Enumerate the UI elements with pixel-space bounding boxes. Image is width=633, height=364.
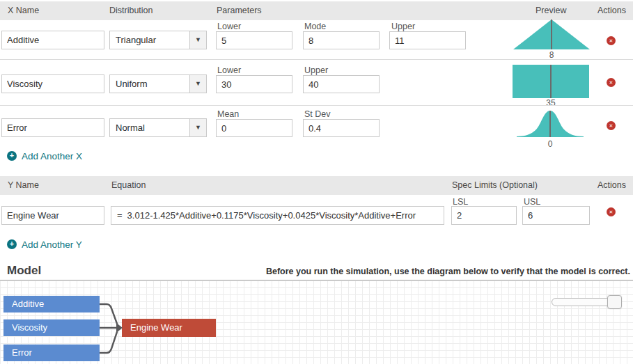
x-name-input[interactable] — [1, 74, 104, 93]
chevron-down-icon: ▼ — [195, 80, 201, 87]
distribution-selected-value: Uniform — [116, 75, 148, 93]
param-label: St Dev — [304, 109, 331, 119]
simulation-setup-page: X Name Distribution Parameters Preview A… — [0, 0, 633, 364]
param-label: Upper — [304, 65, 328, 75]
dropdown-button[interactable]: ▼ — [189, 75, 206, 93]
row-separator — [0, 105, 633, 106]
diagram-zoom-slider-handle[interactable] — [607, 295, 622, 309]
param-label: Lower — [217, 22, 241, 31]
uniform-distribution-preview — [513, 65, 589, 98]
preview-center-label: 0 — [517, 139, 584, 149]
y-name-input[interactable] — [1, 206, 104, 225]
preview-header: Preview — [536, 1, 566, 20]
param-label: Mean — [217, 109, 239, 119]
model-section-title: Model — [7, 264, 41, 278]
equation-equals-prefix: = — [117, 210, 123, 221]
triangular-distribution-preview — [513, 19, 590, 49]
delete-row-button[interactable]: ✕ — [607, 121, 616, 130]
usl-input[interactable] — [522, 206, 590, 225]
arrow-head-icon — [116, 323, 123, 333]
distribution-selected-value: Normal — [116, 119, 145, 136]
chevron-down-icon: ▼ — [195, 36, 201, 43]
param-label: Lower — [217, 65, 241, 75]
distribution-select[interactable]: Normal ▼ — [109, 118, 207, 137]
x-name-input[interactable] — [1, 31, 104, 49]
plus-circle-icon: + — [7, 151, 17, 161]
dropdown-button[interactable]: ▼ — [189, 31, 206, 49]
preview-center-label: 35 — [513, 98, 589, 108]
normal-distribution-preview — [517, 107, 584, 139]
delete-row-button[interactable]: ✕ — [607, 78, 616, 87]
y-name-header: Y Name — [8, 176, 39, 195]
diagram-node-additive[interactable]: Additive — [3, 296, 100, 312]
usl-label: USL — [524, 197, 540, 207]
add-another-x-label: Add Another X — [22, 151, 82, 161]
x-table-header: X Name Distribution Parameters Preview A… — [0, 1, 633, 20]
chevron-down-icon: ▼ — [195, 124, 201, 131]
param-input-upper[interactable] — [303, 75, 380, 93]
dropdown-button[interactable]: ▼ — [189, 119, 206, 136]
diagram-node-viscosity[interactable]: Viscosity — [3, 319, 100, 336]
add-another-x-button[interactable]: + Add Another X — [7, 150, 82, 161]
delete-row-button[interactable]: ✕ — [607, 207, 616, 216]
equation-input[interactable]: = 3.012-1.425*Additive+0.1175*Viscosity+… — [111, 206, 444, 225]
plus-circle-icon: + — [7, 239, 17, 249]
diagram-node-error[interactable]: Error — [3, 345, 100, 361]
row-separator — [0, 59, 633, 60]
param-label: Mode — [304, 22, 326, 31]
lsl-input[interactable] — [451, 206, 517, 225]
spec-limits-header: Spec Limits (Optional) — [452, 176, 538, 195]
param-input-upper[interactable] — [389, 31, 466, 49]
model-note: Before you run the simulation, use the d… — [266, 267, 630, 276]
param-input-lower[interactable] — [216, 75, 292, 93]
preview-center-label: 8 — [513, 50, 590, 60]
param-input-lower[interactable] — [216, 31, 292, 49]
parameters-header: Parameters — [217, 1, 262, 20]
equation-text: 3.012-1.425*Additive+0.1175*Viscosity+0.… — [127, 210, 416, 221]
actions-header: Actions — [597, 1, 626, 20]
diagram-connectors — [100, 292, 125, 364]
distribution-selected-value: Triangular — [116, 31, 156, 49]
x-name-input[interactable] — [1, 118, 104, 137]
param-input-mean[interactable] — [216, 119, 292, 137]
x-name-header: X Name — [8, 1, 39, 20]
add-another-y-label: Add Another Y — [22, 239, 82, 250]
diagram-node-engine-wear[interactable]: Engine Wear — [122, 319, 216, 337]
add-another-y-button[interactable]: + Add Another Y — [7, 239, 82, 250]
param-input-stdev[interactable] — [303, 119, 380, 137]
equation-header: Equation — [111, 176, 146, 195]
param-label: Upper — [391, 22, 415, 31]
distribution-select[interactable]: Uniform ▼ — [109, 74, 207, 93]
distribution-header: Distribution — [109, 1, 153, 20]
param-input-mode[interactable] — [303, 31, 380, 49]
distribution-select[interactable]: Triangular ▼ — [109, 31, 207, 49]
actions-header: Actions — [597, 176, 626, 195]
lsl-label: LSL — [453, 197, 468, 207]
y-table-header: Y Name Equation Spec Limits (Optional) A… — [0, 176, 633, 195]
delete-row-button[interactable]: ✕ — [607, 36, 616, 45]
